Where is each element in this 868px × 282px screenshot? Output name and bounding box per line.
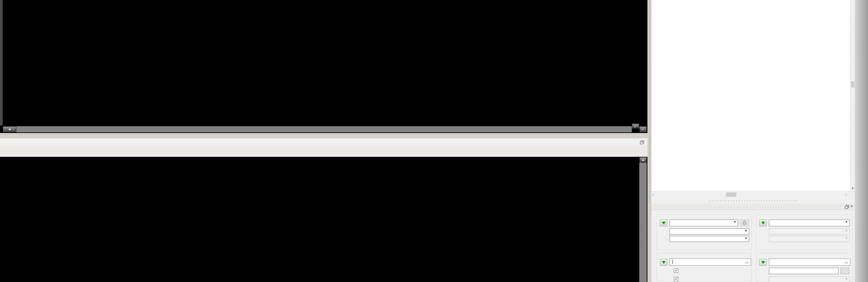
browse-button[interactable]: [841, 268, 849, 274]
channel-list-vscroll-thumb[interactable]: [851, 81, 854, 88]
transfer-filter-combo[interactable]: ▼: [669, 236, 749, 242]
checkbox-checked-icon: ✓: [674, 268, 678, 273]
top-chart-axis-button-2[interactable]: ✓: [639, 126, 647, 132]
transfer-rate-combo[interactable]: ▼: [669, 220, 738, 226]
top-waveform-canvas[interactable]: [0, 0, 647, 124]
top-chart-horizontal-scrollbar[interactable]: [16, 126, 632, 132]
panel-splitter-horizontal[interactable]: [652, 198, 855, 204]
panel-gap: [0, 133, 647, 139]
transfer-apply-button[interactable]: [660, 220, 667, 226]
top-chart-axis-button-1[interactable]: ✓: [632, 124, 639, 129]
dock-window-icon[interactable]: [845, 205, 849, 208]
recording-filetype-combo[interactable]: ▼: [769, 277, 850, 282]
scroll-right-icon[interactable]: ›: [846, 192, 847, 196]
trigger-groupbox: ▼ ▼ ▼: [756, 214, 852, 250]
trigger-channel-combo[interactable]: ▼: [769, 236, 850, 242]
channel-list-horizontal-scrollbar[interactable]: ‹ ›: [652, 191, 855, 198]
top-chart-scroll-left-button[interactable]: ◄: [3, 126, 16, 132]
device-control-panel: × ▼ ▼ ▼ ▼ ▼: [652, 204, 855, 282]
text-caret: [672, 260, 673, 264]
display-apply-button[interactable]: [660, 259, 667, 266]
mathematics-view-toolbar: [0, 146, 647, 157]
bottom-waveform-view: ▲: [0, 157, 647, 282]
recording-buffer-combo[interactable]: [769, 259, 850, 266]
bottom-waveform-canvas[interactable]: [0, 157, 639, 282]
mathematics-view-titlebar: [0, 138, 647, 146]
bottom-chart-channel-legend: [558, 158, 634, 163]
transfer-mode-combo[interactable]: ▼: [669, 228, 749, 234]
trigger-apply-button[interactable]: [759, 220, 767, 226]
recording-groupbox: ▼: [756, 253, 852, 282]
chevron-down-icon: [845, 260, 848, 264]
display-groupbox: ✓ ✓: [657, 253, 752, 282]
bottom-chart-scroll-up-button[interactable]: ▲: [639, 157, 647, 163]
trigger-edge-combo[interactable]: ▼: [769, 228, 850, 234]
channel-list-scroll-down-icon[interactable]: ▼: [850, 186, 855, 191]
channel-list-vertical-scrollbar[interactable]: ▼: [850, 0, 855, 191]
recording-apply-button[interactable]: [759, 259, 767, 266]
checkbox-checked-icon: ✓: [674, 277, 678, 281]
chevron-down-icon: [745, 260, 749, 264]
close-icon[interactable]: ×: [850, 204, 853, 209]
bottom-chart-vertical-scrollbar[interactable]: [639, 163, 647, 282]
scroll-left-icon[interactable]: ‹: [653, 192, 654, 196]
main-vertical-toolbar: [855, 0, 868, 282]
device-control-titlebar: ×: [652, 204, 855, 210]
top-waveform-view: ✓ ✓ ◄: [0, 0, 647, 133]
recording-filename-input[interactable]: [769, 268, 838, 274]
display-buffer-combo[interactable]: [669, 259, 751, 266]
gear-icon: [742, 220, 747, 226]
trigger-mode-combo[interactable]: ▼: [769, 220, 850, 226]
float-window-icon[interactable]: [640, 140, 644, 144]
top-chart-left-edge: [0, 0, 3, 126]
transfer-groupbox: ▼ ▼ ▼: [657, 214, 752, 250]
keep-display-time-checkbox[interactable]: ✓: [674, 268, 681, 273]
transfer-settings-gear-button[interactable]: [740, 220, 749, 226]
panel-splitter-vertical[interactable]: [647, 0, 652, 282]
draw-lines-checkbox[interactable]: ✓: [674, 277, 681, 281]
channel-list: [652, 0, 850, 191]
application-window: ✓ ✓ ◄ ▲ ▼ ‹ › ×: [0, 0, 868, 282]
channel-list-hscroll-thumb[interactable]: [726, 192, 736, 197]
